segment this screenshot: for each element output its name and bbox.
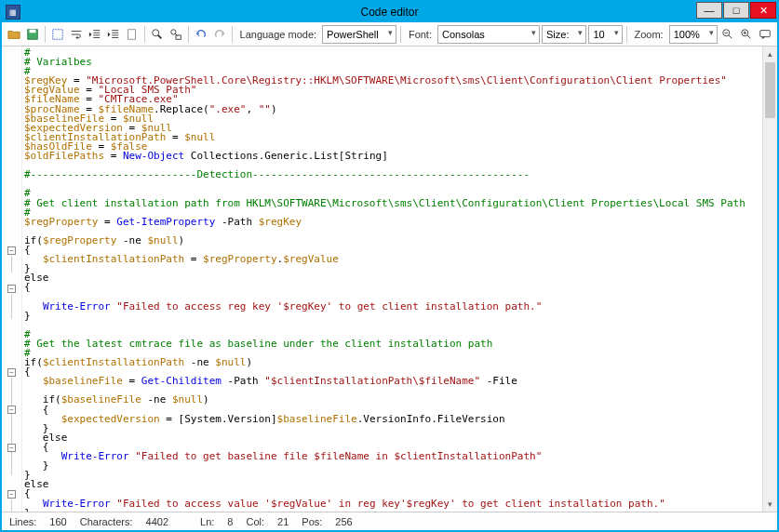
language-mode-select[interactable]: PowerShell (322, 25, 396, 44)
zoom-out-button[interactable] (719, 24, 736, 45)
fold-toggle[interactable]: − (7, 246, 16, 255)
zoom-label: Zoom: (635, 29, 664, 40)
new-button[interactable] (124, 24, 141, 45)
size-label-select[interactable]: Size: (542, 25, 586, 44)
svg-rect-3 (128, 29, 136, 39)
code-line: else (24, 480, 757, 489)
window-title: Code editor (2, 6, 777, 19)
language-mode-label: Language mode: (240, 29, 317, 40)
code-line: } (24, 312, 757, 321)
word-wrap-button[interactable] (68, 24, 85, 45)
code-line (24, 180, 757, 189)
select-all-button[interactable] (49, 24, 66, 45)
code-editor[interactable]: ## Varialbes#$regKey = "Microsoft.PowerS… (22, 47, 762, 512)
svg-rect-6 (176, 34, 181, 38)
fold-toggle[interactable]: − (7, 285, 16, 293)
titlebar: ▦ Code editor — □ ✕ (2, 2, 777, 22)
code-line: Write-Error "Failed to access reg key '$… (24, 302, 757, 312)
status-ln-label: Ln: (200, 516, 214, 527)
size-select[interactable]: 10 (588, 25, 622, 44)
status-lines-value: 160 (49, 516, 66, 527)
status-chars-label: Characters: (80, 516, 133, 527)
indent-button[interactable] (105, 24, 122, 45)
status-col-label: Col: (246, 516, 264, 527)
code-line: Write-Error "Failed to get baseline file… (24, 452, 757, 461)
font-label: Font: (409, 29, 432, 40)
status-lines-label: Lines: (9, 516, 36, 527)
font-select[interactable]: Consolas (437, 25, 540, 44)
code-line: if($regProperty -ne $null) (24, 236, 757, 246)
status-pos-label: Pos: (302, 516, 322, 527)
code-line: $clientInstallationPath = $regProperty.$… (24, 255, 757, 264)
comment-button[interactable] (757, 24, 773, 45)
code-line: $regProperty = Get-ItemProperty -Path $r… (24, 218, 757, 227)
code-line: } (24, 424, 757, 433)
fold-toggle[interactable]: − (7, 368, 16, 377)
fold-toggle[interactable]: − (7, 444, 16, 452)
open-button[interactable] (6, 24, 22, 45)
svg-rect-1 (30, 29, 36, 33)
status-pos-value: 256 (335, 516, 352, 527)
code-line (24, 321, 757, 330)
code-line: Write-Error "Failed to access value '$re… (24, 499, 757, 509)
code-line: if($clientInstallationPath -ne $null) (24, 358, 757, 367)
svg-rect-9 (760, 30, 771, 36)
code-line: else (24, 433, 757, 443)
svg-rect-2 (53, 29, 63, 39)
fold-gutter: − − − − − − (2, 47, 22, 512)
code-line: if($baselineFile -ne $null) (24, 395, 757, 405)
outdent-button[interactable] (87, 24, 103, 45)
status-ln-value: 8 (227, 516, 233, 527)
save-button[interactable] (24, 24, 41, 45)
scroll-down-button[interactable]: ▾ (763, 497, 777, 512)
code-line: # (24, 48, 757, 58)
scroll-up-button[interactable]: ▴ (763, 47, 777, 61)
toolbar: Language mode: PowerShell Font: Consolas… (2, 22, 777, 47)
replace-button[interactable] (168, 24, 184, 45)
code-line: $oldFilePaths = New-Object Collections.G… (24, 152, 757, 161)
statusbar: Lines: 160 Characters: 4402 Ln: 8 Col: 2… (2, 512, 777, 530)
zoom-select[interactable]: 100% (669, 25, 718, 44)
code-line: # Varialbes (24, 58, 757, 67)
code-line: else (24, 273, 757, 283)
redo-button[interactable] (211, 24, 228, 45)
code-line: } (24, 264, 757, 273)
fold-toggle[interactable]: − (7, 406, 16, 414)
find-button[interactable] (149, 24, 166, 45)
undo-button[interactable] (193, 24, 209, 45)
scroll-thumb[interactable] (765, 62, 775, 118)
code-line: $baselineFile = Get-Childitem -Path "$cl… (24, 377, 757, 386)
status-col-value: 21 (277, 516, 289, 527)
code-line: $expectedVersion = [System.Version]$base… (24, 415, 757, 424)
code-line: # Get client installation path from HKLM… (24, 199, 757, 208)
fold-toggle[interactable]: − (7, 490, 16, 499)
zoom-in-button[interactable] (738, 24, 755, 45)
vertical-scrollbar[interactable]: ▴ ▾ (762, 47, 777, 512)
status-chars-value: 4402 (146, 516, 168, 527)
editor-area: − − − − − − ## Varialbes#$regKey = "Micr… (2, 47, 777, 512)
code-line: { (24, 283, 757, 292)
svg-point-4 (153, 29, 159, 35)
code-line: #---------------------------Detection---… (24, 170, 757, 180)
code-line: } (24, 471, 757, 480)
code-line: } (24, 461, 757, 471)
code-line: # Get the latest cmtrace file as baselin… (24, 339, 757, 349)
